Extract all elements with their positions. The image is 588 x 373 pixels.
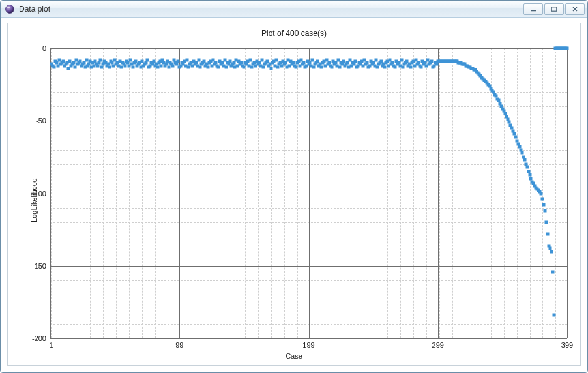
gridline-x [567,48,568,338]
data-point [187,65,190,68]
data-point [52,65,55,68]
data-point [198,65,201,68]
data-point [156,65,159,68]
data-point [320,65,323,68]
window-buttons [523,3,585,15]
data-point [419,65,422,68]
x-tick-label: 199 [302,338,314,349]
app-window: Data plot Plot of 400 case(s) LogLikelih… [0,0,588,373]
data-point [523,158,526,162]
gridline-y [50,48,567,49]
data-point [120,65,123,68]
data-point [144,61,147,65]
data-point [250,65,254,68]
chart-title: Plot of 400 case(s) [12,27,576,39]
gridline-y [50,194,567,194]
svg-point-1 [7,7,10,8]
data-point [294,65,297,68]
data-point [197,58,200,61]
data-point [546,232,550,235]
gridline-y [50,338,567,339]
data-point [177,60,180,63]
y-tick-label: -200 [32,335,50,342]
data-point [550,250,553,253]
titlebar[interactable]: Data plot [1,1,587,18]
data-point [232,61,235,65]
data-point [430,60,433,63]
data-point [100,65,104,68]
data-point [312,65,316,68]
data-point [66,67,70,70]
x-tick-label: 299 [432,338,444,349]
data-point [284,61,287,65]
data-point [540,192,543,195]
data-point [261,58,264,61]
data-point [541,198,544,201]
data-point [85,58,88,61]
content-panel: Plot of 400 case(s) LogLikelihood Case -… [7,23,581,366]
x-axis-label: Case [12,352,576,361]
data-point [145,58,149,61]
data-point [98,61,101,65]
data-point [353,60,357,63]
data-point [186,58,189,61]
data-point [311,58,314,61]
window-title: Data plot [19,5,50,14]
data-point [99,58,102,61]
data-point [394,65,397,68]
data-point [345,61,349,65]
data-point [514,135,517,138]
data-point [276,65,279,68]
y-axis-label: LogLikelihood [30,178,38,222]
maximize-button[interactable] [544,3,564,15]
y-tick-label: -150 [32,262,50,270]
data-point [243,65,246,68]
data-point [270,67,273,70]
gridline-y [50,266,567,267]
y-tick-label: -50 [36,117,50,125]
x-tick-label: 99 [175,338,183,349]
data-point [409,65,413,68]
data-point [249,58,252,61]
data-point [375,65,379,68]
data-point [520,151,523,155]
data-point [566,47,569,50]
data-point [82,61,85,65]
svg-point-0 [6,5,14,13]
data-point [206,65,209,68]
svg-rect-2 [551,7,557,10]
data-point [374,58,377,61]
data-point [216,65,220,68]
y-tick-label: 0 [42,44,50,52]
data-point [72,61,75,65]
app-icon [5,4,15,14]
data-point [525,166,529,169]
gridline-y [50,121,567,121]
data-point [528,173,531,176]
data-point [224,65,228,68]
data-point [262,65,265,68]
data-point [331,65,334,68]
x-tick-label: 399 [561,338,573,349]
chart-container: Plot of 400 case(s) LogLikelihood Case -… [12,27,576,361]
y-tick-label: -100 [32,190,50,198]
plot-area[interactable]: -1991992993990-50-100-150-200 [50,48,567,339]
plot-wrap: LogLikelihood Case -1991992993990-50-100… [12,39,576,361]
data-point [274,58,278,61]
data-point [171,64,175,67]
data-point [128,58,132,61]
data-point [545,221,548,224]
data-point [131,65,134,68]
close-button[interactable] [565,3,585,15]
data-point [435,63,438,66]
data-point [168,65,171,68]
data-point [73,65,76,68]
minimize-button[interactable] [523,3,543,15]
data-point [400,58,404,61]
data-point [544,209,547,213]
data-point [123,64,126,67]
data-point [108,65,111,68]
data-point [542,203,546,207]
data-point [551,270,555,273]
data-point [383,65,387,68]
